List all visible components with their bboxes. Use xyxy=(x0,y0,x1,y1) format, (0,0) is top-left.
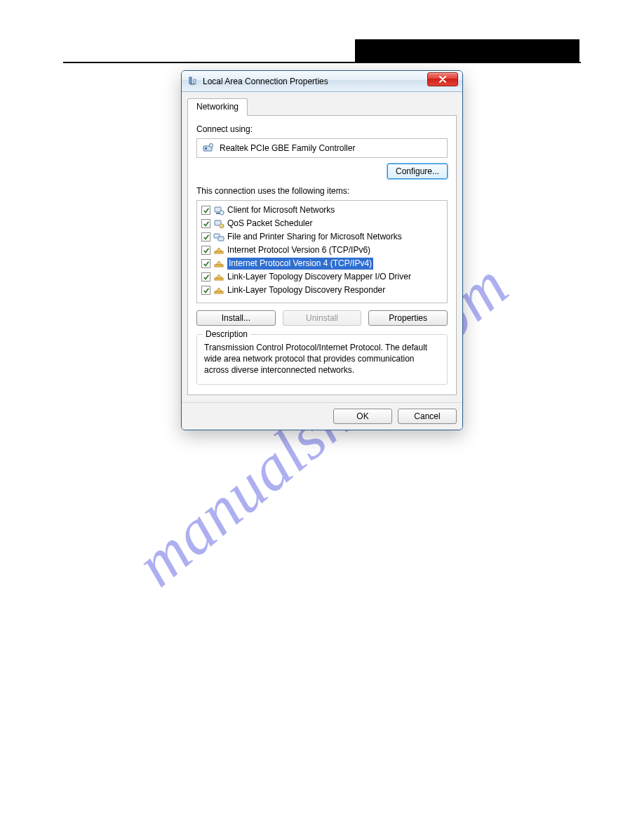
ok-button[interactable]: OK xyxy=(333,409,392,424)
proto-icon xyxy=(213,285,224,296)
proto-icon xyxy=(213,272,224,283)
list-item[interactable]: Link-Layer Topology Discovery Responder xyxy=(200,284,444,297)
network-adapter-icon xyxy=(187,76,199,87)
properties-dialog: Local Area Connection Properties Network… xyxy=(181,70,463,430)
checkbox[interactable] xyxy=(201,246,210,255)
list-item-label: File and Printer Sharing for Microsoft N… xyxy=(227,231,402,243)
svg-point-10 xyxy=(220,224,224,228)
checkbox[interactable] xyxy=(201,286,210,295)
list-item-label: Link-Layer Topology Discovery Responder xyxy=(227,284,385,296)
titlebar[interactable]: Local Area Connection Properties xyxy=(182,71,462,92)
cancel-button[interactable]: Cancel xyxy=(398,409,457,424)
list-item[interactable]: QoS Packet Scheduler xyxy=(200,217,444,230)
list-item-label: Client for Microsoft Networks xyxy=(227,204,335,216)
checkbox[interactable] xyxy=(201,232,210,241)
list-item[interactable]: Link-Layer Topology Discovery Mapper I/O… xyxy=(200,270,444,284)
nic-icon xyxy=(203,143,214,154)
svg-point-8 xyxy=(220,211,224,215)
install-button[interactable]: Install... xyxy=(196,310,276,326)
header-black-box xyxy=(355,39,579,62)
list-item-label: Link-Layer Topology Discovery Mapper I/O… xyxy=(227,271,411,283)
checkbox[interactable] xyxy=(201,272,210,282)
adapter-field: Realtek PCIe GBE Family Controller xyxy=(196,138,448,158)
qos-icon xyxy=(213,218,224,230)
tabstrip: Networking xyxy=(187,98,457,116)
configure-button[interactable]: Configure... xyxy=(387,164,448,179)
proto-icon xyxy=(213,258,224,270)
connect-using-label: Connect using: xyxy=(196,124,448,134)
checkbox[interactable] xyxy=(201,206,210,215)
svg-rect-12 xyxy=(218,237,224,241)
list-item[interactable]: Internet Protocol Version 4 (TCP/IPv4) xyxy=(200,257,444,270)
svg-rect-7 xyxy=(216,213,220,214)
svg-rect-1 xyxy=(194,79,196,84)
close-button[interactable] xyxy=(427,72,458,86)
description-text: Transmission Control Protocol/Internet P… xyxy=(204,342,440,376)
tab-networking[interactable]: Networking xyxy=(187,98,248,116)
share-icon xyxy=(213,232,224,243)
list-item[interactable]: Client for Microsoft Networks xyxy=(200,204,444,217)
checkbox[interactable] xyxy=(201,259,210,268)
tab-panel: Connect using: Realtek PCIe GBE Family C… xyxy=(187,115,457,395)
header-rule xyxy=(63,62,581,63)
uninstall-button: Uninstall xyxy=(283,310,362,326)
dialog-client: Networking Connect using: Realtek PCIe G… xyxy=(182,92,462,402)
list-item[interactable]: Internet Protocol Version 6 (TCP/IPv6) xyxy=(200,244,444,257)
items-listbox[interactable]: Client for Microsoft NetworksQoS Packet … xyxy=(196,200,448,303)
list-item-label: Internet Protocol Version 4 (TCP/IPv4) xyxy=(227,258,373,270)
svg-point-5 xyxy=(210,144,213,147)
client-icon xyxy=(213,205,224,216)
dialog-footer: OK Cancel xyxy=(182,402,462,430)
properties-button[interactable]: Properties xyxy=(368,310,448,326)
svg-rect-4 xyxy=(205,147,207,150)
adapter-name: Realtek PCIe GBE Family Controller xyxy=(220,143,355,153)
description-group: Description Transmission Control Protoco… xyxy=(196,334,448,385)
proto-icon xyxy=(213,245,224,256)
items-label: This connection uses the following items… xyxy=(196,186,448,196)
dialog-title: Local Area Connection Properties xyxy=(203,77,328,86)
svg-rect-0 xyxy=(189,77,192,84)
list-item-label: QoS Packet Scheduler xyxy=(227,218,312,230)
list-item-label: Internet Protocol Version 6 (TCP/IPv6) xyxy=(227,244,370,256)
list-item[interactable]: File and Printer Sharing for Microsoft N… xyxy=(200,230,444,244)
description-title: Description xyxy=(203,329,250,339)
checkbox[interactable] xyxy=(201,219,210,228)
